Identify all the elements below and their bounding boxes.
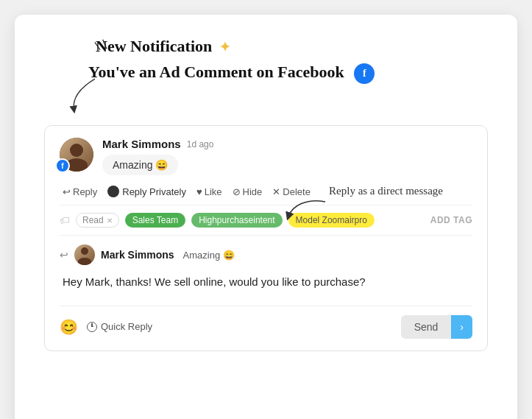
tag-highpurchaseintent[interactable]: Highpurchaseintent [191, 213, 282, 228]
add-tag-button[interactable]: ADD TAG [430, 215, 472, 225]
like-button[interactable]: ♥ Like [194, 185, 225, 199]
tag-icon: 🏷 [60, 214, 70, 226]
reply-avatar [74, 244, 95, 265]
reply-section: ↩ Mark Simmons Amazing 😄 Hey Mark, thank… [60, 236, 472, 339]
comment-bubble: Amazing 😄 [102, 155, 178, 175]
comment-header: f Mark Simmons 1d ago Amazing 😄 [60, 138, 472, 175]
new-notification-label: New Notification ✦ [96, 37, 230, 56]
private-dot-icon [107, 186, 119, 197]
reply-arrow-icon: ↩ [60, 249, 68, 261]
heart-icon: ♥ [196, 186, 202, 197]
tag-read[interactable]: Read ✕ [76, 213, 119, 228]
hide-button[interactable]: ⊘ Hide [230, 185, 266, 199]
comment-meta: Mark Simmons 1d ago Amazing 😄 [102, 138, 472, 175]
comment-card: f Mark Simmons 1d ago Amazing 😄 [44, 125, 488, 351]
reply-body: Hey Mark, thanks! We sell online, would … [60, 274, 472, 291]
reply-privately-button[interactable]: Reply Privately [104, 184, 189, 199]
dm-annotation: Reply as a direct message [329, 185, 443, 197]
delete-button[interactable]: ✕ Delete [269, 185, 313, 199]
quick-reply-button[interactable]: Quick Reply [87, 321, 152, 332]
send-button[interactable]: Send [401, 315, 452, 339]
tags-row: 🏷 Read ✕ Sales Team Highpurchaseintent M… [60, 205, 472, 236]
time-ago: 1d ago [187, 139, 214, 149]
reply-comment-text: Amazing 😄 [183, 250, 235, 261]
reply-header: ↩ Mark Simmons Amazing 😄 [60, 244, 472, 265]
avatar-wrapper: f [60, 138, 93, 172]
star-icon: ✦ [219, 40, 230, 54]
facebook-small-badge: f [55, 158, 70, 173]
commenter-name: Mark Simmons [102, 138, 181, 150]
reply-name: Mark Simmons [101, 249, 174, 261]
ad-comment-label: You've an Ad Comment on Facebook f [88, 63, 375, 84]
clock-icon [87, 322, 97, 332]
tag-sales-team[interactable]: Sales Team [125, 213, 185, 228]
tag-read-close[interactable]: ✕ [107, 216, 113, 225]
hide-icon: ⊘ [233, 186, 241, 197]
reply-input-area: 😊 Quick Reply Send › [60, 306, 472, 339]
delete-icon: ✕ [272, 186, 280, 197]
comment-name-row: Mark Simmons 1d ago [102, 138, 472, 150]
reply-icon: ↩ [63, 186, 71, 197]
send-arrow-button[interactable]: › [451, 315, 472, 339]
reply-button[interactable]: ↩ Reply [60, 185, 100, 199]
send-area: Send › [401, 315, 472, 339]
facebook-badge: f [354, 63, 375, 84]
emoji-button[interactable]: 😊 [60, 318, 78, 336]
